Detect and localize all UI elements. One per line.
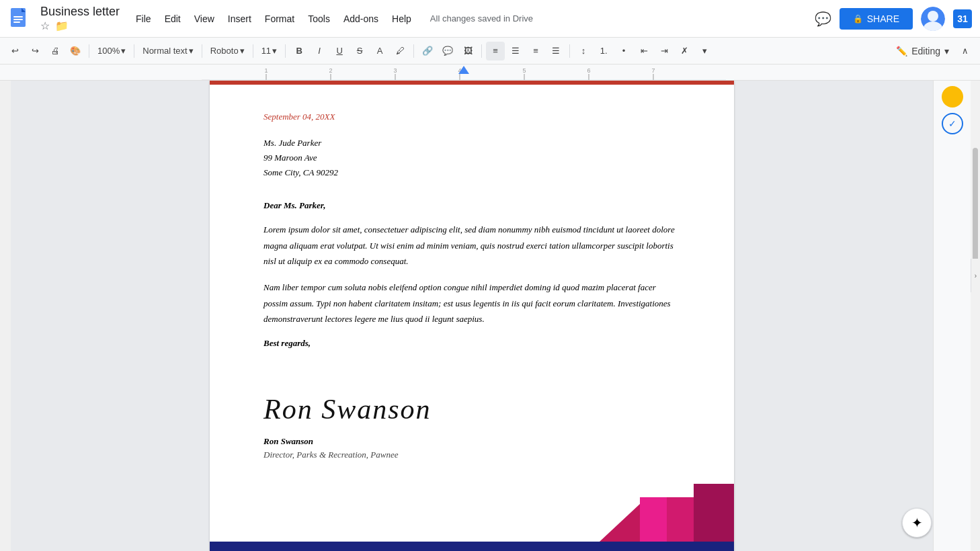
toolbar-sep-6 <box>413 44 414 58</box>
text-style-value: Normal text <box>142 46 187 56</box>
sidebar-yellow-icon[interactable] <box>942 86 963 108</box>
increase-indent-button[interactable]: ⇥ <box>655 42 673 60</box>
date-badge: 31 <box>953 9 972 28</box>
zoom-value: 100% <box>97 46 120 56</box>
menu-help[interactable]: Help <box>386 11 417 27</box>
bullet-list-button[interactable]: • <box>614 42 633 60</box>
editing-arrow: ▾ <box>944 46 949 56</box>
svg-rect-4 <box>13 22 20 23</box>
doc-canvas[interactable]: September 04, 20XX Ms. Jude Parker 99 Ma… <box>11 81 933 551</box>
letter-salutation: Dear Ms. Parker, <box>263 200 680 211</box>
zoom-dropdown[interactable]: 100% ▾ <box>93 42 130 60</box>
font-arrow: ▾ <box>240 46 245 56</box>
letter-address: Ms. Jude Parker 99 Maroon Ave Some City,… <box>263 136 680 180</box>
footer-blue-bar <box>210 542 734 551</box>
share-label: SHARE <box>867 13 899 24</box>
image-button[interactable]: 🖼 <box>458 42 477 60</box>
underline-button[interactable]: U <box>330 42 349 60</box>
svg-marker-29 <box>667 497 694 542</box>
font-size-arrow: ▾ <box>272 46 277 56</box>
svg-text:5: 5 <box>522 67 526 74</box>
ai-icon: ✦ <box>911 515 923 531</box>
toolbar-sep-5 <box>285 44 286 58</box>
svg-rect-28 <box>694 484 734 542</box>
svg-text:7: 7 <box>651 67 655 74</box>
bold-button[interactable]: B <box>290 42 309 60</box>
letter-closing: Best regards, <box>263 338 680 349</box>
sidebar-blue-icon[interactable]: ✓ <box>942 113 963 134</box>
page: September 04, 20XX Ms. Jude Parker 99 Ma… <box>210 81 734 551</box>
svg-text:6: 6 <box>587 67 590 74</box>
paint-format-button[interactable]: 🎨 <box>66 42 85 60</box>
sender-name: Ron Swanson <box>263 436 680 447</box>
collapse-toolbar-button[interactable]: ∧ <box>956 42 975 60</box>
text-style-dropdown[interactable]: Normal text ▾ <box>138 42 197 60</box>
right-sidebar: ✓ <box>933 81 971 551</box>
undo-button[interactable]: ↩ <box>5 42 24 60</box>
sender-title: Director, Parks & Recreation, Pawnee <box>263 450 680 460</box>
strikethrough-button[interactable]: S <box>350 42 369 60</box>
menu-addons[interactable]: Add-ons <box>338 11 384 27</box>
footer-decoration <box>600 484 734 542</box>
font-dropdown[interactable]: Roboto ▾ <box>206 42 249 60</box>
editing-label: Editing <box>911 46 940 56</box>
letter-paragraph1[interactable]: Lorem ipsum dolor sit amet, consectetuer… <box>263 222 680 269</box>
letter-paragraph2[interactable]: Nam liber tempor cum soluta nobis eleife… <box>263 280 680 327</box>
drive-status: All changes saved in Drive <box>430 13 533 24</box>
comment-toolbar-button[interactable]: 💬 <box>438 42 457 60</box>
editing-mode-button[interactable]: ✏️ Editing ▾ <box>891 42 954 60</box>
line-spacing-button[interactable]: ↕ <box>574 42 593 60</box>
letter-date: September 04, 20XX <box>263 112 680 122</box>
menu-view[interactable]: View <box>189 11 220 27</box>
toolbar-sep-7 <box>481 44 482 58</box>
italic-button[interactable]: I <box>310 42 329 60</box>
clear-format-button[interactable]: ✗ <box>675 42 694 60</box>
align-left-button[interactable]: ≡ <box>486 42 505 60</box>
folder-icon[interactable]: 📁 <box>55 19 69 32</box>
main-area: 1 2 3 4 5 6 7 8 9 September 04, 20XX Ms.… <box>0 81 980 551</box>
avatar[interactable] <box>921 7 945 31</box>
star-icon[interactable]: ☆ <box>40 19 50 32</box>
numbered-list-button[interactable]: 1. <box>594 42 613 60</box>
menu-insert[interactable]: Insert <box>222 11 257 27</box>
left-margin: 1 2 3 4 5 6 7 8 9 <box>0 81 11 551</box>
toolbar-sep-1 <box>89 44 89 58</box>
toolbar-sep-8 <box>569 44 570 58</box>
recipient-name: Ms. Jude Parker <box>263 136 680 151</box>
menu-file[interactable]: File <box>130 11 157 27</box>
lock-icon: 🔒 <box>853 14 863 24</box>
align-center-button[interactable]: ☰ <box>506 42 525 60</box>
menu-edit[interactable]: Edit <box>159 11 186 27</box>
share-button[interactable]: 🔒 SHARE <box>840 8 913 30</box>
align-right-button[interactable]: ≡ <box>526 42 545 60</box>
svg-marker-25 <box>600 504 640 542</box>
highlight-button[interactable]: 🖊 <box>391 42 409 60</box>
top-right: 💬 🔒 SHARE 31 <box>815 7 972 31</box>
expand-sidebar-button[interactable]: › <box>971 259 980 292</box>
text-color-button[interactable]: A <box>370 42 389 60</box>
svg-rect-3 <box>13 19 23 20</box>
toolbar-sep-2 <box>134 44 134 58</box>
font-size-dropdown[interactable]: 11 ▾ <box>257 42 281 60</box>
ruler-inner: 1 2 3 4 5 6 7 <box>202 65 726 80</box>
text-style-arrow: ▾ <box>189 46 194 56</box>
menu-tools[interactable]: Tools <box>302 11 335 27</box>
comment-icon[interactable]: 💬 <box>815 11 831 27</box>
scrollbar[interactable] <box>971 81 980 551</box>
font-size-value: 11 <box>261 46 271 56</box>
address-line2: Some City, CA 90292 <box>263 165 680 180</box>
align-justify-button[interactable]: ☰ <box>546 42 565 60</box>
svg-text:2: 2 <box>329 67 332 74</box>
decrease-indent-button[interactable]: ⇤ <box>635 42 653 60</box>
zoom-arrow: ▾ <box>121 46 126 56</box>
redo-button[interactable]: ↪ <box>26 42 44 60</box>
print-button[interactable]: 🖨 <box>46 42 65 60</box>
ai-assist-button[interactable]: ✦ <box>902 508 932 538</box>
link-button[interactable]: 🔗 <box>418 42 437 60</box>
font-value: Roboto <box>210 46 239 56</box>
menu-format[interactable]: Format <box>259 11 300 27</box>
toolbar: ↩ ↪ 🖨 🎨 100% ▾ Normal text ▾ Roboto ▾ 11… <box>0 38 980 65</box>
doc-title[interactable]: Business letter <box>40 5 120 19</box>
doc-icon <box>8 7 32 31</box>
more-button[interactable]: ▾ <box>695 42 714 60</box>
